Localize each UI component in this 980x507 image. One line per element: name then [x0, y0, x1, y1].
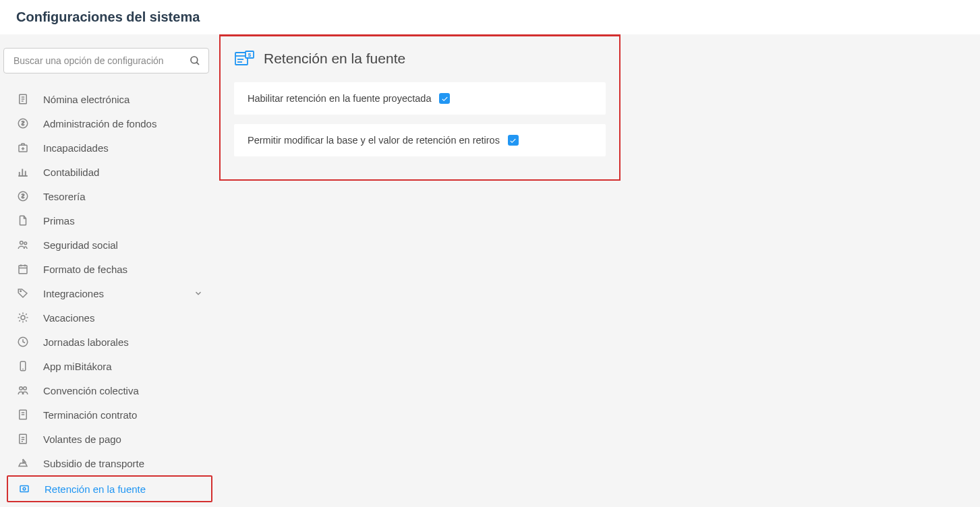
sidebar-item-label: Administración de fondos — [43, 118, 156, 129]
option-habilitar-retencion-proyectada: Habilitar retención en la fuente proyect… — [234, 82, 606, 115]
sidebar-item-retencion-fuente[interactable]: Retención en la fuente — [7, 475, 212, 502]
sidebar-item-volantes-pago[interactable]: Volantes de pago — [7, 427, 212, 451]
medkit-icon — [16, 141, 30, 154]
svg-point-35 — [24, 387, 27, 390]
dollar-circle-icon — [16, 117, 30, 130]
sidebar-item-seguridad-social[interactable]: Seguridad social — [7, 233, 212, 257]
option-permitir-modificar-base-retiros: Permitir modificar la base y el valor de… — [234, 124, 606, 156]
nav-list: Nómina electrónica Administración de fon… — [7, 87, 212, 502]
panel-title: Retención en la fuente — [264, 51, 405, 67]
main-content: $ Retención en la fuente Habilitar reten… — [219, 34, 621, 507]
sidebar-item-label: App miBitákora — [43, 361, 112, 372]
page-title: Configuraciones del sistema — [0, 0, 980, 34]
sidebar-item-label: Incapacidades — [43, 142, 109, 154]
svg-point-34 — [20, 387, 23, 390]
svg-point-16 — [24, 242, 27, 245]
sidebar-item-vacaciones[interactable]: Vacaciones — [7, 305, 212, 330]
svg-point-22 — [21, 316, 25, 320]
bar-chart-icon — [16, 165, 30, 179]
payslip-icon — [16, 432, 30, 446]
checkbox-permitir-modificar-base-retiros[interactable] — [508, 135, 519, 146]
svg-rect-44 — [20, 486, 28, 492]
search-input[interactable] — [3, 48, 209, 73]
sidebar-item-label: Nómina electrónica — [43, 94, 129, 105]
sidebar-item-terminacion-contrato[interactable]: Terminación contrato — [7, 402, 212, 427]
svg-line-26 — [26, 320, 27, 322]
sidebar-item-nomina-electronica[interactable]: Nómina electrónica — [7, 87, 212, 111]
panel-header: $ Retención en la fuente — [234, 50, 606, 67]
svg-line-29 — [19, 320, 20, 322]
receipt-icon — [16, 92, 30, 106]
sidebar-item-incapacidades[interactable]: Incapacidades — [7, 136, 212, 160]
money-doc-icon — [18, 482, 31, 496]
sidebar-item-label: Convención colectiva — [43, 385, 139, 396]
sidebar-item-primas[interactable]: Primas — [7, 208, 212, 233]
sidebar-item-administracion-fondos[interactable]: Administración de fondos — [7, 111, 212, 136]
svg-point-15 — [20, 241, 24, 245]
dollar-circle-icon — [16, 189, 30, 203]
svg-point-21 — [20, 291, 22, 292]
option-label: Habilitar retención en la fuente proyect… — [248, 93, 431, 104]
svg-point-45 — [23, 487, 26, 490]
tag-icon — [16, 287, 30, 300]
sidebar-item-tesoreria[interactable]: Tesorería — [7, 184, 212, 208]
svg-line-25 — [19, 314, 20, 315]
sun-icon — [16, 311, 30, 324]
svg-text:$: $ — [248, 52, 252, 58]
checkbox-habilitar-retencion-proyectada[interactable] — [439, 93, 450, 104]
calendar-icon — [16, 262, 30, 276]
sidebar-item-app-mibitakora[interactable]: App miBitákora — [7, 354, 212, 378]
sidebar-item-convencion-colectiva[interactable]: Convención colectiva — [7, 378, 212, 402]
sidebar-item-contabilidad[interactable]: Contabilidad — [7, 160, 212, 184]
svg-line-30 — [26, 314, 27, 315]
people-icon — [16, 238, 30, 251]
sidebar-item-label: Formato de fechas — [43, 264, 127, 275]
group-icon — [16, 384, 30, 397]
sidebar-item-label: Integraciones — [43, 288, 104, 299]
sidebar-item-label: Contabilidad — [43, 167, 99, 178]
option-label: Permitir modificar la base y el valor de… — [248, 135, 500, 146]
sidebar-item-label: Retención en la fuente — [45, 483, 146, 495]
sidebar-item-formato-fechas[interactable]: Formato de fechas — [7, 257, 212, 281]
sidebar-item-label: Subsidio de transporte — [43, 458, 144, 469]
svg-rect-17 — [19, 266, 27, 274]
sidebar-item-label: Jornadas laborales — [43, 336, 129, 348]
sidebar-item-label: Seguridad social — [43, 239, 118, 251]
sidebar-item-label: Tesorería — [43, 191, 86, 202]
clock-icon — [16, 335, 30, 349]
sidebar: Nómina electrónica Administración de fon… — [0, 34, 219, 507]
chevron-down-icon — [194, 289, 203, 298]
sidebar-item-label: Terminación contrato — [43, 409, 137, 421]
contract-icon — [16, 408, 30, 421]
money-doc-icon: $ — [234, 50, 254, 67]
sidebar-item-label: Volantes de pago — [43, 434, 121, 445]
sidebar-item-label: Vacaciones — [43, 312, 94, 324]
phone-icon — [16, 359, 30, 373]
boat-icon — [16, 456, 30, 470]
settings-panel: $ Retención en la fuente Habilitar reten… — [219, 34, 621, 181]
sidebar-item-subsidio-transporte[interactable]: Subsidio de transporte — [7, 451, 212, 475]
sidebar-item-integraciones[interactable]: Integraciones — [7, 281, 212, 305]
sidebar-item-jornadas-laborales[interactable]: Jornadas laborales — [7, 330, 212, 354]
sidebar-item-label: Primas — [43, 215, 75, 227]
document-icon — [16, 214, 30, 227]
